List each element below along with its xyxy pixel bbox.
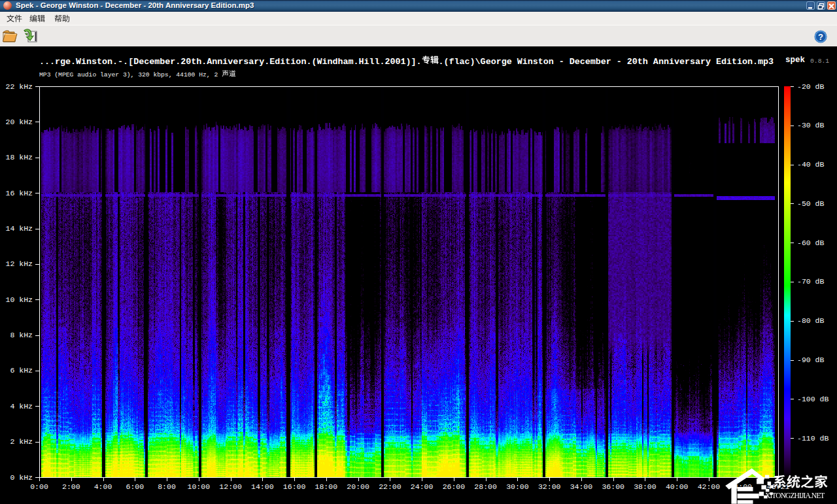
svg-text:?: ?: [818, 32, 823, 42]
svg-text:XITONGZHIJIA.NET: XITONGZHIJIA.NET: [765, 492, 825, 499]
